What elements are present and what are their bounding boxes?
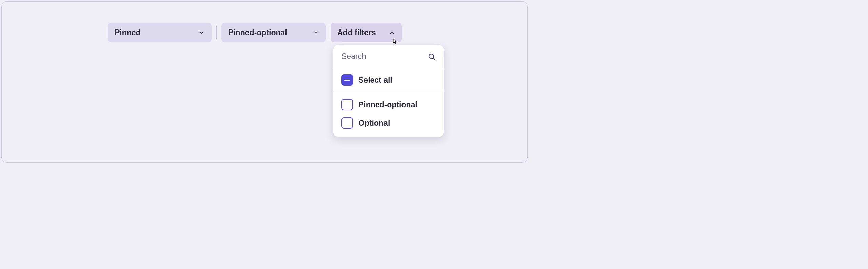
filter-options-list: Pinned-optional Optional <box>333 92 444 137</box>
select-all-row[interactable]: Select all <box>333 68 444 92</box>
filter-divider <box>216 26 217 39</box>
chevron-down-icon <box>199 29 205 36</box>
option-label: Pinned-optional <box>358 100 417 109</box>
add-filters-label: Add filters <box>337 28 376 37</box>
option-checkbox[interactable] <box>341 117 353 129</box>
chevron-down-icon <box>313 29 319 36</box>
filter-option-optional[interactable]: Optional <box>333 114 444 132</box>
svg-line-1 <box>433 58 435 60</box>
indeterminate-icon <box>344 80 350 81</box>
select-all-checkbox[interactable] <box>341 74 353 86</box>
filter-option-pinned-optional[interactable]: Pinned-optional <box>333 96 444 114</box>
search-placeholder: Search <box>341 52 366 61</box>
pinned-optional-filter-pill[interactable]: Pinned-optional <box>221 23 326 42</box>
search-icon <box>428 53 436 61</box>
chevron-up-icon <box>389 29 395 36</box>
pinned-filter-pill[interactable]: Pinned <box>108 23 212 42</box>
filter-row: Pinned Pinned-optional Add filters <box>2 23 527 42</box>
add-filters-button[interactable]: Add filters <box>331 23 402 42</box>
option-checkbox[interactable] <box>341 99 353 110</box>
pinned-optional-filter-label: Pinned-optional <box>228 28 287 37</box>
search-row[interactable]: Search <box>333 45 444 68</box>
add-filters-popover: Search Select all Pinned-optional Option… <box>333 45 444 137</box>
option-label: Optional <box>358 119 390 128</box>
select-all-label: Select all <box>358 76 392 85</box>
pinned-filter-label: Pinned <box>115 28 141 37</box>
filter-panel: Pinned Pinned-optional Add filters Searc… <box>1 1 528 163</box>
